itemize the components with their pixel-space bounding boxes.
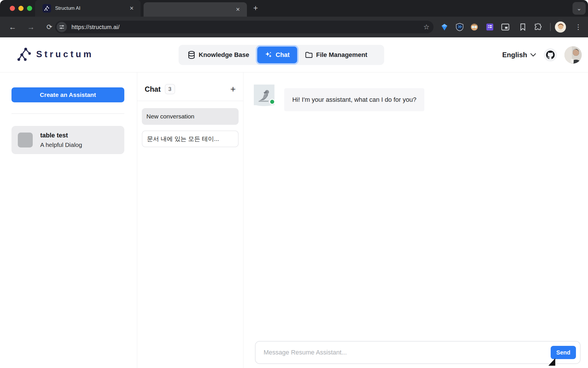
chat-list-header: Chat 3 + bbox=[137, 72, 243, 101]
tab-title: Structum AI bbox=[55, 5, 128, 11]
conversation-item[interactable]: New conversation bbox=[142, 108, 239, 125]
assistant-message-row: Hi! I'm your assistant, what can I do fo… bbox=[243, 72, 588, 111]
assistant-card-text: table test A helpful Dialog bbox=[40, 132, 82, 148]
sparkle-icon bbox=[265, 51, 272, 59]
assistant-card[interactable]: table test A helpful Dialog bbox=[11, 126, 124, 154]
traffic-light-minimize-button[interactable] bbox=[18, 6, 24, 11]
assistant-avatar bbox=[254, 85, 274, 105]
url-text[interactable]: https://structum.ai/ bbox=[71, 24, 119, 30]
new-conversation-button[interactable]: + bbox=[230, 85, 236, 94]
assistant-description: A helpful Dialog bbox=[40, 141, 82, 148]
conversation-item[interactable]: 문서 내에 있는 모든 테이... bbox=[142, 131, 239, 147]
form-extension-icon[interactable] bbox=[485, 22, 494, 32]
language-label: English bbox=[502, 51, 527, 59]
nav-knowledge-base[interactable]: Knowledge Base bbox=[180, 47, 257, 63]
app-header: Structum Knowledge Base Chat bbox=[0, 37, 588, 72]
tab-close-icon[interactable]: ✕ bbox=[234, 6, 242, 13]
picture-in-picture-icon[interactable] bbox=[501, 22, 510, 32]
shield-extension-icon[interactable] bbox=[455, 22, 464, 32]
nav-label: Chat bbox=[276, 51, 290, 59]
traffic-light-maximize-button[interactable] bbox=[27, 6, 32, 11]
assistant-message-bubble: Hi! I'm your assistant, what can I do fo… bbox=[284, 88, 424, 111]
online-status-dot bbox=[269, 99, 275, 105]
browser-toolbar: ← → ⟳ https://structum.ai/ ☆ bbox=[0, 17, 588, 37]
database-icon bbox=[188, 51, 195, 59]
tree-graph-logo-icon bbox=[17, 46, 32, 63]
folder-icon bbox=[305, 51, 313, 58]
new-tab-button[interactable]: + bbox=[250, 3, 261, 13]
chat-count-badge: 3 bbox=[165, 84, 175, 94]
nav-file-management[interactable]: File Management bbox=[298, 47, 375, 63]
header-right-controls: English bbox=[502, 37, 582, 72]
face-extension-icon[interactable] bbox=[470, 22, 479, 32]
main-navigation: Knowledge Base Chat File Management bbox=[179, 45, 384, 65]
gem-extension-icon[interactable] bbox=[440, 22, 449, 32]
bookmark-star-icon[interactable]: ☆ bbox=[423, 23, 430, 31]
conversation-list: New conversation 문서 내에 있는 모든 테이... bbox=[137, 101, 243, 147]
browser-window: Structum AI ✕ ✕ + ⌄ ← → ⟳ https bbox=[0, 0, 588, 368]
nav-label: Knowledge Base bbox=[199, 51, 249, 59]
message-composer: Send bbox=[255, 341, 581, 364]
tab-close-icon[interactable]: ✕ bbox=[128, 5, 136, 12]
page-content: Create an Assistant table test A helpful… bbox=[0, 72, 588, 368]
tab-active-blank[interactable]: ✕ bbox=[144, 2, 247, 17]
assistant-name: table test bbox=[40, 132, 82, 139]
message-input[interactable] bbox=[264, 349, 551, 356]
chevron-down-icon bbox=[530, 53, 536, 57]
structum-favicon-icon bbox=[42, 4, 51, 13]
chat-panel: Hi! I'm your assistant, what can I do fo… bbox=[243, 72, 588, 368]
forward-button[interactable]: → bbox=[26, 22, 36, 32]
assistants-sidebar: Create an Assistant table test A helpful… bbox=[0, 72, 137, 368]
browser-menu-kebab-icon[interactable]: ⋮ bbox=[573, 22, 583, 32]
language-selector[interactable]: English bbox=[502, 51, 536, 59]
toolbar-separator bbox=[550, 23, 551, 31]
back-button[interactable]: ← bbox=[7, 22, 18, 32]
assistant-placeholder-avatar bbox=[18, 133, 33, 147]
tab-strip: Structum AI ✕ ✕ + ⌄ bbox=[0, 0, 588, 17]
tab-structum-ai[interactable]: Structum AI ✕ bbox=[35, 0, 141, 17]
create-assistant-button[interactable]: Create an Assistant bbox=[11, 87, 124, 102]
tree-graph-icon bbox=[44, 5, 50, 11]
github-link[interactable] bbox=[544, 48, 557, 62]
nav-chat[interactable]: Chat bbox=[257, 47, 297, 63]
extensions-puzzle-icon[interactable] bbox=[533, 22, 543, 32]
traffic-light-close-button[interactable] bbox=[10, 6, 15, 11]
reload-button[interactable]: ⟳ bbox=[44, 22, 55, 32]
user-avatar[interactable] bbox=[564, 46, 582, 64]
site-settings-icon[interactable] bbox=[57, 22, 67, 32]
nav-label: File Management bbox=[316, 51, 367, 59]
structum-logo[interactable]: Structum bbox=[17, 46, 94, 63]
send-button[interactable]: Send bbox=[551, 346, 576, 359]
browser-profile-avatar[interactable] bbox=[555, 21, 566, 33]
bookmark-flag-icon[interactable] bbox=[518, 22, 527, 32]
brand-name: Structum bbox=[36, 49, 94, 60]
tab-search-chevron-button[interactable]: ⌄ bbox=[572, 2, 586, 15]
github-icon bbox=[546, 51, 555, 59]
sidebar-divider bbox=[11, 113, 124, 114]
address-bar[interactable]: https://structum.ai/ ☆ bbox=[55, 21, 434, 33]
chat-list-title: Chat bbox=[145, 85, 161, 93]
chat-list-column: Chat 3 + New conversation 문서 내에 있는 모든 테이… bbox=[137, 72, 243, 368]
